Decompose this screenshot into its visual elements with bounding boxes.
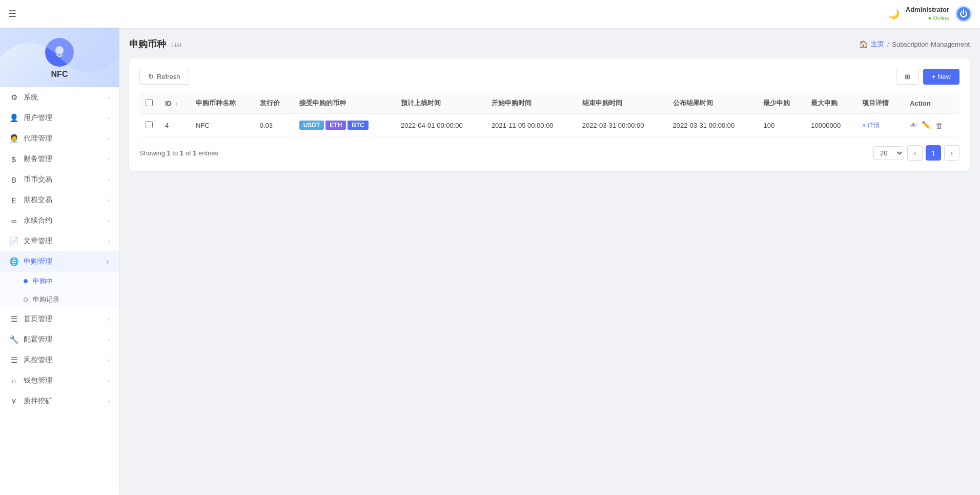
perpetual-icon: ∞ bbox=[9, 216, 18, 225]
next-page-button[interactable]: › bbox=[944, 145, 959, 161]
pagination: 20 50 100 ‹ 1 › bbox=[873, 145, 959, 161]
breadcrumb-current: Subscription-Management bbox=[892, 41, 970, 48]
nav-subscription[interactable]: 🌐 申购管理 ∨ bbox=[0, 251, 119, 272]
sub-label-record: 申购记录 bbox=[33, 295, 59, 304]
cell-result-time: 2022-03-31 00:00:00 bbox=[667, 114, 758, 137]
power-button[interactable]: ⏻ bbox=[955, 6, 972, 22]
cell-detail: » 详情 bbox=[856, 114, 904, 137]
nav-system[interactable]: ⚙ 系统 ‹ bbox=[0, 87, 119, 108]
delete-icon[interactable]: 🗑 bbox=[935, 121, 943, 130]
chevron-right-icon: ‹ bbox=[108, 316, 110, 322]
sidebar-item-subscribing[interactable]: 申购中 bbox=[0, 272, 119, 290]
tag-eth: ETH bbox=[325, 121, 346, 130]
home-icon: 🏠 bbox=[859, 40, 868, 48]
subscription-icon: 🌐 bbox=[9, 257, 18, 266]
showing-info: Showing 1 to 1 of 1 entries bbox=[139, 149, 218, 157]
coin-icon: B bbox=[9, 175, 18, 184]
col-min-sub: 最少申购 bbox=[757, 93, 805, 114]
nav-finance[interactable]: $ 财务管理 ‹ bbox=[0, 149, 119, 169]
sort-icon[interactable]: ↑ bbox=[175, 101, 178, 107]
nav-label-coin: 币币交易 bbox=[24, 175, 52, 184]
article-icon: 📄 bbox=[9, 236, 18, 246]
col-detail: 项目详情 bbox=[856, 93, 904, 114]
nav-label-subscription: 申购管理 bbox=[24, 257, 52, 266]
col-id-label: ID bbox=[165, 100, 172, 107]
detail-link[interactable]: » 详情 bbox=[862, 121, 897, 130]
new-button[interactable]: + New bbox=[923, 69, 959, 85]
nav-user[interactable]: 👤 用户管理 ‹ bbox=[0, 108, 119, 128]
data-table: ID ↑ 申购币种名称 发行价 接受申购的币种 预计上线时间 开始申购时间 结束… bbox=[139, 93, 959, 137]
refresh-label: Refresh bbox=[157, 73, 180, 81]
cell-action: 👁 ✏️ 🗑 bbox=[904, 114, 959, 137]
breadcrumb-home-link[interactable]: 主页 bbox=[871, 39, 884, 49]
cell-max-sub: 10000000 bbox=[805, 114, 856, 137]
nav-label-homepage: 首页管理 bbox=[24, 314, 52, 324]
row-checkbox[interactable] bbox=[146, 121, 153, 128]
cell-online-time: 2022-04-01 00:00:00 bbox=[395, 114, 485, 137]
nav-label-futures: 期权交易 bbox=[24, 195, 52, 205]
chevron-right-icon: ‹ bbox=[108, 135, 110, 142]
chevron-right-icon: ‹ bbox=[108, 217, 110, 224]
nav-config[interactable]: 🔧 配置管理 ‹ bbox=[0, 329, 119, 350]
toolbar: ↻ Refresh ⊞ + New bbox=[139, 69, 959, 85]
col-checkbox bbox=[139, 93, 159, 114]
page-title: 申购币种 bbox=[129, 38, 166, 50]
nav-label-agent: 代理管理 bbox=[24, 134, 52, 143]
nav-mining[interactable]: ¥ 质押挖矿 ‹ bbox=[0, 391, 119, 411]
col-id: ID ↑ bbox=[159, 93, 190, 114]
logo-text: NFC bbox=[51, 70, 68, 79]
col-result-time: 公布结果时间 bbox=[667, 93, 758, 114]
chevron-right-icon: ‹ bbox=[108, 357, 110, 363]
main-card: ↻ Refresh ⊞ + New bbox=[129, 58, 970, 171]
col-name: 申购币种名称 bbox=[190, 93, 254, 114]
data-table-wrap: ID ↑ 申购币种名称 发行价 接受申购的币种 预计上线时间 开始申购时间 结束… bbox=[139, 93, 959, 137]
sub-dot-filled bbox=[24, 279, 28, 283]
hamburger-menu[interactable]: ☰ bbox=[8, 8, 16, 19]
chevron-right-icon: ‹ bbox=[108, 336, 110, 343]
toolbar-right: ⊞ + New bbox=[896, 69, 959, 85]
config-icon: 🔧 bbox=[9, 335, 18, 344]
nav-wallet[interactable]: ○ 钱包管理 ‹ bbox=[0, 370, 119, 391]
nav-label-article: 文章管理 bbox=[24, 236, 52, 246]
row-checkbox-cell bbox=[139, 114, 159, 137]
nav-label-system: 系统 bbox=[24, 93, 38, 102]
top-header: ☰ 🌙 Administrator Online ⏻ bbox=[0, 0, 980, 28]
nav-article[interactable]: 📄 文章管理 ‹ bbox=[0, 231, 119, 251]
user-info: Administrator Online bbox=[906, 6, 949, 22]
cell-accepted: USDTETHBTC bbox=[293, 114, 395, 137]
view-icon[interactable]: 👁 bbox=[910, 121, 917, 130]
table-header-row: ID ↑ 申购币种名称 发行价 接受申购的币种 预计上线时间 开始申购时间 结束… bbox=[139, 93, 959, 114]
col-online-time: 预计上线时间 bbox=[395, 93, 485, 114]
sidebar-item-subscribe-record[interactable]: 申购记录 bbox=[0, 290, 119, 309]
sub-label-subscribing: 申购中 bbox=[33, 276, 53, 286]
sidebar-logo: NFC bbox=[0, 28, 119, 87]
nav-agent[interactable]: 🧑‍💼 代理管理 ‹ bbox=[0, 128, 119, 149]
cell-price: 0.03 bbox=[254, 114, 293, 137]
nav-coin[interactable]: B 币币交易 ‹ bbox=[0, 169, 119, 190]
prev-page-button[interactable]: ‹ bbox=[907, 145, 923, 161]
col-action: Action bbox=[904, 93, 959, 114]
nav-perpetual[interactable]: ∞ 永续合约 ‹ bbox=[0, 210, 119, 231]
column-toggle-button[interactable]: ⊞ bbox=[896, 69, 919, 85]
per-page-select[interactable]: 20 50 100 bbox=[873, 146, 904, 160]
nav-label-risk: 风控管理 bbox=[24, 355, 52, 365]
chevron-right-icon: ‹ bbox=[108, 156, 110, 162]
cell-start-time: 2021-11-05 00:00:00 bbox=[485, 114, 576, 137]
nav-risk[interactable]: ☰ 风控管理 ‹ bbox=[0, 350, 119, 370]
edit-icon[interactable]: ✏️ bbox=[922, 121, 931, 130]
tag-btc: BTC bbox=[348, 121, 369, 130]
nav-homepage[interactable]: ☰ 首页管理 ‹ bbox=[0, 309, 119, 329]
tag-usdt: USDT bbox=[299, 121, 324, 130]
nav-futures[interactable]: ₿ 期权交易 ‹ bbox=[0, 190, 119, 210]
select-all-checkbox[interactable] bbox=[146, 99, 153, 106]
table-row: 4 NFC 0.03 USDTETHBTC 2022-04-01 00:00:0… bbox=[139, 114, 959, 137]
risk-icon: ☰ bbox=[9, 355, 18, 365]
page-1-button[interactable]: 1 bbox=[926, 145, 941, 161]
chevron-right-icon: ‹ bbox=[108, 197, 110, 203]
theme-toggle-icon[interactable]: 🌙 bbox=[888, 8, 900, 19]
refresh-icon: ↻ bbox=[148, 73, 154, 81]
refresh-button[interactable]: ↻ Refresh bbox=[139, 69, 189, 85]
cell-min-sub: 100 bbox=[757, 114, 805, 137]
nav-label-config: 配置管理 bbox=[24, 335, 52, 344]
sub-dot-empty bbox=[24, 298, 28, 302]
